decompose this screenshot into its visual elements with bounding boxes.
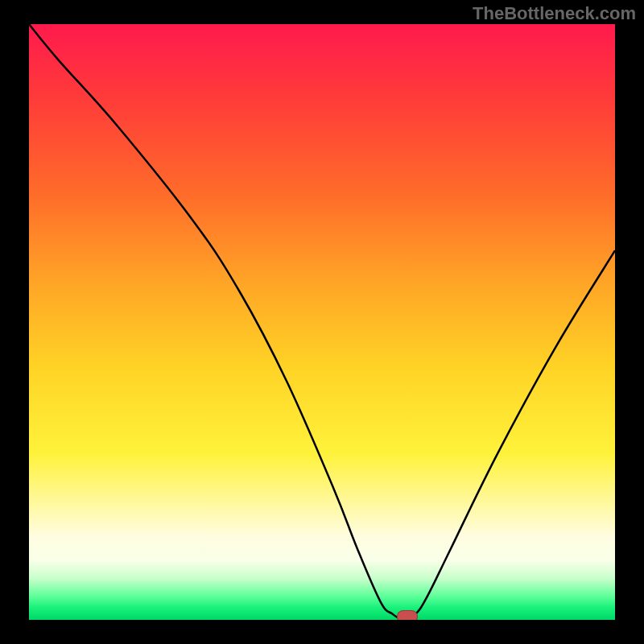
curve-path <box>29 24 615 620</box>
attribution-text: TheBottleneck.com <box>473 3 636 24</box>
bottleneck-curve <box>29 24 615 620</box>
optimal-marker <box>397 610 418 620</box>
plot-area <box>29 24 615 620</box>
chart-frame: TheBottleneck.com <box>0 0 644 644</box>
